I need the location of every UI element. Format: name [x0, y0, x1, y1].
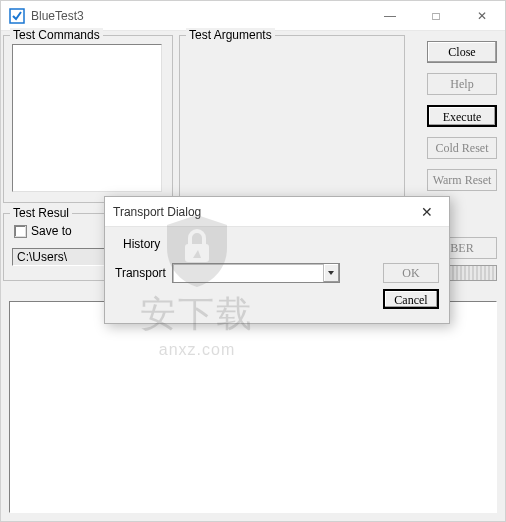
close-window-button[interactable]: ✕: [459, 1, 505, 30]
output-panel[interactable]: [9, 301, 497, 513]
app-icon: [9, 8, 25, 24]
maximize-button[interactable]: □: [413, 1, 459, 30]
side-buttons: Close Help Execute Cold Reset Warm Reset: [427, 41, 497, 191]
warm-reset-button[interactable]: Warm Reset: [427, 169, 497, 191]
dialog-body: History Transport OK Cancel: [105, 227, 449, 289]
test-arguments-label: Test Arguments: [186, 28, 275, 42]
checkbox-box: [14, 225, 27, 238]
save-to-checkbox[interactable]: Save to: [14, 224, 72, 238]
transport-combobox[interactable]: [172, 263, 340, 283]
window-title: BlueTest3: [31, 9, 367, 23]
test-results-label: Test Resul: [10, 206, 72, 220]
window-buttons: — □ ✕: [367, 1, 505, 30]
cold-reset-button[interactable]: Cold Reset: [427, 137, 497, 159]
cancel-button[interactable]: Cancel: [383, 289, 439, 309]
history-label: History: [123, 237, 439, 251]
test-commands-list[interactable]: [12, 44, 162, 192]
dialog-title: Transport Dialog: [113, 205, 413, 219]
titlebar: BlueTest3 — □ ✕: [1, 1, 505, 31]
dialog-titlebar: Transport Dialog ✕: [105, 197, 449, 227]
test-arguments-group: Test Arguments: [179, 35, 405, 203]
execute-button[interactable]: Execute: [427, 105, 497, 127]
chevron-down-icon[interactable]: [323, 264, 339, 282]
dialog-buttons: OK Cancel: [383, 263, 439, 309]
ok-button[interactable]: OK: [383, 263, 439, 283]
save-to-label: Save to: [31, 224, 72, 238]
close-button[interactable]: Close: [427, 41, 497, 63]
help-button[interactable]: Help: [427, 73, 497, 95]
transport-dialog: Transport Dialog ✕ History Transport OK …: [104, 196, 450, 324]
transport-label: Transport: [115, 266, 166, 280]
test-commands-label: Test Commands: [10, 28, 103, 42]
test-commands-group: Test Commands: [3, 35, 173, 203]
minimize-button[interactable]: —: [367, 1, 413, 30]
path-text: C:\Users\: [17, 250, 67, 264]
dialog-close-button[interactable]: ✕: [413, 202, 441, 222]
